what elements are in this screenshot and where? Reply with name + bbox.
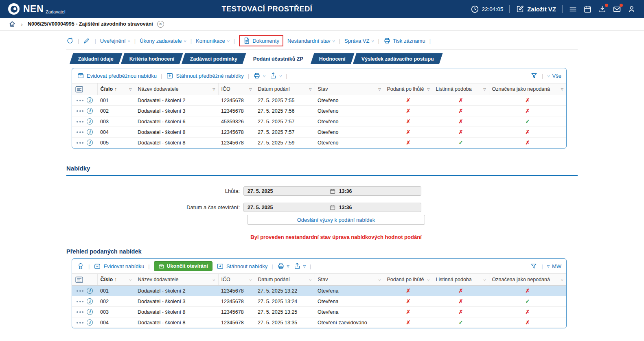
calendar-icon[interactable] xyxy=(330,205,335,210)
table-row[interactable]: i 004 Dodavatel - školení 8 12345678 27.… xyxy=(72,317,566,328)
filter-caret-icon[interactable]: ▽ xyxy=(249,87,252,91)
filter-funnel-icon[interactable] xyxy=(530,262,537,270)
column-header-po-lhute[interactable]: Podaná po lhůtě▽ xyxy=(384,274,433,286)
column-header-listinna[interactable]: Listinná podoba▽ xyxy=(433,274,489,286)
calendar-icon[interactable] xyxy=(330,188,335,194)
stahnout-predbezne-button[interactable]: Stáhnout předběžné nabídky xyxy=(166,72,243,79)
lhuta-date-input[interactable]: 27. 5. 2025 xyxy=(244,188,330,194)
table-row[interactable]: i 002 Dodavatel - školení 3 12345678 27.… xyxy=(72,296,566,307)
table-row[interactable]: i 001 Dodavatel - školení 2 12345678 27.… xyxy=(72,95,566,106)
edit-pencil-icon[interactable] xyxy=(83,37,90,44)
filter-caret-icon[interactable]: ▽ xyxy=(129,278,131,282)
row-menu-icon[interactable] xyxy=(77,110,83,112)
table-row[interactable]: i 002 Dodavatel - školení 3 12345678 27.… xyxy=(72,106,566,116)
column-header-listinna[interactable]: Listinná podoba▽ xyxy=(433,83,489,95)
tab-vysledek[interactable]: Výsledek zadávacího postupu xyxy=(353,53,442,64)
breadcrumb-record-tab[interactable]: N006/25/V00004995 - Zajištění závodního … xyxy=(28,21,153,27)
info-icon[interactable]: i xyxy=(87,140,93,146)
row-menu-icon[interactable] xyxy=(77,142,83,144)
view-selector[interactable]: ▽ MW xyxy=(547,263,561,269)
tab-podani-ucastniku[interactable]: Podání účastníků ZP xyxy=(245,53,312,64)
filter-caret-icon[interactable]: ▽ xyxy=(427,278,429,282)
column-header-stav[interactable]: Stav▽ xyxy=(315,83,384,95)
column-header-nepodana[interactable]: Označena jako nepodaná▽ xyxy=(489,274,566,286)
filter-funnel-icon[interactable] xyxy=(530,72,538,79)
tab-zadavaci-podminky[interactable]: Zadávací podmínky xyxy=(182,53,246,64)
create-vz-button[interactable]: Založit VZ xyxy=(516,5,556,13)
print-table-button[interactable]: ▽ xyxy=(277,262,289,270)
row-menu-icon[interactable] xyxy=(77,290,83,292)
filter-caret-icon[interactable]: ▽ xyxy=(212,87,215,91)
row-menu-icon[interactable] xyxy=(77,121,83,122)
row-menu-icon[interactable] xyxy=(77,322,83,324)
menu-dokumenty[interactable]: Dokumenty xyxy=(243,37,279,44)
table-row[interactable]: i 005 Dodavatel - školení 8 12345678 27.… xyxy=(72,138,566,148)
row-menu-icon[interactable] xyxy=(77,131,83,133)
column-header-nazev[interactable]: Název dodavatele▽ xyxy=(135,83,218,95)
column-header-cislo[interactable]: Číslo↑▽ xyxy=(97,274,135,286)
column-header-ico[interactable]: IČO▽ xyxy=(218,274,255,286)
column-header-ico[interactable]: IČO▽ xyxy=(218,83,255,95)
filter-caret-icon[interactable]: ▽ xyxy=(129,87,131,91)
row-menu-icon[interactable] xyxy=(77,100,83,101)
column-header-datum[interactable]: Datum podání▽ xyxy=(255,274,315,286)
evidovat-nabidku-button[interactable]: Evidovat nabídku xyxy=(94,262,144,270)
view-selector[interactable]: ▽ Vše xyxy=(547,73,561,79)
column-chooser-header[interactable] xyxy=(72,274,97,286)
tab-kriteria-hodnoceni[interactable]: Kritéria hodnocení xyxy=(120,53,183,64)
table-row-selected[interactable]: i 001 Dodavatel - školení 2 12345678 27.… xyxy=(72,286,566,296)
info-icon[interactable]: i xyxy=(87,288,93,294)
ukoncit-otevirani-button[interactable]: Ukončit otevírání xyxy=(154,261,212,271)
calendar-button[interactable] xyxy=(583,5,592,13)
row-menu-icon[interactable] xyxy=(77,311,83,313)
lhuta-time-input[interactable]: 13:36 xyxy=(335,188,421,194)
evidovat-predbeznou-button[interactable]: Evidovat předběžnou nabídku xyxy=(77,72,157,79)
column-chooser-header[interactable] xyxy=(72,83,97,95)
table-row[interactable]: i 003 Dodavatel - školení 6 45359326 27.… xyxy=(72,116,566,127)
odeslani-vyzvy-button[interactable]: Odeslání výzvy k podání nabídek xyxy=(247,215,425,225)
table-row[interactable]: i 004 Dodavatel - školení 8 12345678 27.… xyxy=(72,127,566,138)
column-header-datum[interactable]: Datum podání▽ xyxy=(255,83,315,95)
otevirani-date-input[interactable]: 27. 5. 2025 xyxy=(244,205,330,210)
menu-komunikace[interactable]: Komunikace▽ xyxy=(196,38,230,44)
table-row[interactable]: i 003 Dodavatel - školení 8 12345678 27.… xyxy=(72,307,566,317)
row-menu-icon[interactable] xyxy=(77,301,83,302)
history-icon[interactable] xyxy=(66,37,74,44)
filter-caret-icon[interactable]: ▽ xyxy=(378,278,381,282)
close-record-icon[interactable]: ✕ xyxy=(157,21,164,28)
home-icon[interactable] xyxy=(9,20,16,28)
tab-hodnoceni[interactable]: Hodnocení xyxy=(311,53,354,64)
info-icon[interactable]: i xyxy=(87,298,93,304)
nen-logo[interactable]: NEN Zadavatel xyxy=(8,3,67,15)
filter-caret-icon[interactable]: ▽ xyxy=(483,87,486,91)
otevirani-time-input[interactable]: 13:36 xyxy=(335,205,421,210)
filter-caret-icon[interactable]: ▽ xyxy=(249,278,252,282)
column-header-cislo[interactable]: Číslo↑▽ xyxy=(97,83,135,95)
filter-caret-icon[interactable]: ▽ xyxy=(483,278,486,282)
print-record-button[interactable]: Tisk záznamu xyxy=(383,37,425,44)
info-icon[interactable]: i xyxy=(87,319,93,326)
filter-caret-icon[interactable]: ▽ xyxy=(561,278,563,282)
info-icon[interactable]: i xyxy=(87,108,93,114)
downloads-button[interactable] xyxy=(598,5,607,13)
menu-uverejneni[interactable]: Uveřejnění▽ xyxy=(100,38,130,44)
tab-zakladni-udaje[interactable]: Základní údaje xyxy=(70,53,123,64)
print-table-button[interactable]: ▽ xyxy=(253,72,265,79)
export-table-button[interactable]: ▽ xyxy=(269,72,282,79)
menu-button[interactable] xyxy=(569,5,577,13)
menu-nestandardni-stav[interactable]: Nestandardní stav▽ xyxy=(287,38,335,44)
info-icon[interactable]: i xyxy=(87,309,93,315)
filter-caret-icon[interactable]: ▽ xyxy=(427,87,429,91)
filter-caret-icon[interactable]: ▽ xyxy=(561,87,563,91)
filter-caret-icon[interactable]: ▽ xyxy=(378,87,381,91)
column-header-nepodana[interactable]: Označena jako nepodaná▽ xyxy=(489,83,566,95)
filter-caret-icon[interactable]: ▽ xyxy=(309,278,311,282)
filter-caret-icon[interactable]: ▽ xyxy=(212,278,215,282)
profile-button[interactable] xyxy=(627,5,636,13)
menu-sprava-vz[interactable]: Správa VZ▽ xyxy=(344,38,374,44)
info-icon[interactable]: i xyxy=(87,97,93,103)
column-header-nazev[interactable]: Název dodavatele▽ xyxy=(135,274,218,286)
menu-ukony-zadavatele[interactable]: Úkony zadavatele▽ xyxy=(140,38,186,44)
export-table-button[interactable]: ▽ xyxy=(294,262,306,270)
filter-caret-icon[interactable]: ▽ xyxy=(309,87,311,91)
